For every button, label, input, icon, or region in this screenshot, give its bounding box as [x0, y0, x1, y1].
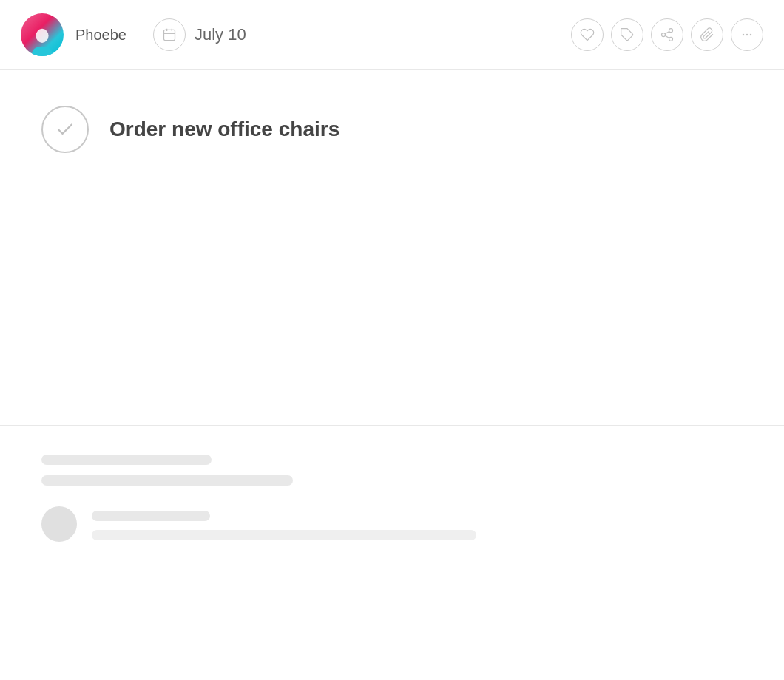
task-row: Order new office chairs — [41, 106, 743, 153]
section-divider — [0, 425, 784, 426]
app-header: Phoebe July 10 — [0, 0, 784, 70]
skeleton-text-1 — [92, 511, 210, 521]
date-picker-button[interactable]: July 10 — [153, 18, 246, 51]
calendar-icon — [162, 27, 177, 42]
avatar-silhouette — [30, 27, 55, 56]
svg-point-0 — [36, 29, 48, 43]
heart-icon — [580, 27, 595, 42]
skeleton-area — [41, 455, 743, 542]
checkmark-icon — [55, 119, 75, 140]
skeleton-comment-row — [41, 506, 743, 542]
assign-button[interactable] — [651, 18, 683, 51]
svg-line-9 — [665, 35, 669, 38]
tag-icon — [620, 27, 635, 42]
skeleton-line-2 — [41, 475, 293, 486]
svg-point-8 — [669, 37, 673, 41]
avatar[interactable] — [21, 13, 64, 56]
task-complete-button[interactable] — [41, 106, 89, 153]
attachment-button[interactable] — [691, 18, 723, 51]
more-icon — [740, 27, 754, 42]
main-content: Order new office chairs — [0, 70, 784, 153]
skeleton-text-block — [92, 506, 476, 540]
more-options-button[interactable] — [731, 18, 763, 51]
favorite-button[interactable] — [571, 18, 604, 51]
svg-line-10 — [665, 31, 669, 33]
svg-point-12 — [743, 34, 745, 36]
svg-point-13 — [750, 34, 752, 36]
task-title: Order new office chairs — [109, 118, 339, 141]
svg-point-11 — [746, 34, 748, 36]
user-name: Phoebe — [75, 27, 126, 44]
calendar-icon-circle[interactable] — [153, 18, 186, 51]
header-actions — [571, 18, 763, 51]
tag-button[interactable] — [611, 18, 643, 51]
skeleton-text-2 — [92, 530, 476, 540]
paperclip-icon — [700, 27, 714, 42]
svg-rect-1 — [163, 30, 175, 40]
assign-icon — [660, 27, 675, 42]
svg-point-6 — [669, 29, 673, 33]
date-display: July 10 — [195, 25, 246, 44]
svg-point-7 — [662, 33, 666, 37]
skeleton-avatar — [41, 506, 77, 542]
skeleton-line-1 — [41, 455, 212, 465]
